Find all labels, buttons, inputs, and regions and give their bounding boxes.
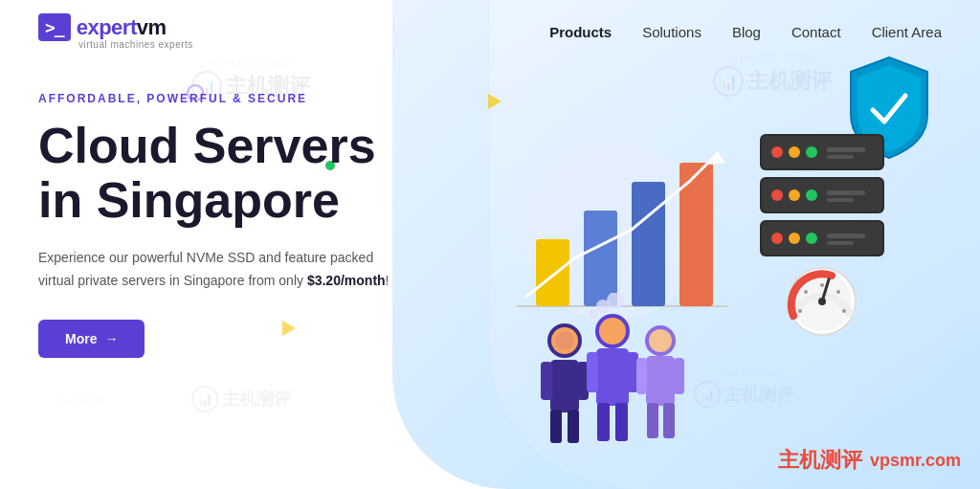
- watermark-vpsmr-3: 主机测评: [57, 393, 107, 408]
- svg-point-21: [599, 318, 626, 345]
- logo-brand: expertexpertvmvm: [77, 15, 167, 40]
- people-illustration: [522, 293, 694, 465]
- svg-rect-51: [827, 233, 865, 238]
- svg-point-28: [649, 329, 672, 352]
- svg-rect-17: [587, 352, 598, 392]
- bottom-watermark: 主机测评 vpsmr.com: [778, 446, 961, 475]
- nav-client-area[interactable]: Client Area: [872, 24, 942, 40]
- nav-products[interactable]: Products: [549, 24, 612, 40]
- svg-point-60: [836, 290, 840, 294]
- svg-point-61: [842, 309, 846, 313]
- svg-point-59: [820, 283, 824, 287]
- svg-rect-16: [596, 348, 629, 406]
- svg-rect-3: [584, 211, 617, 306]
- svg-rect-9: [541, 362, 552, 400]
- svg-point-41: [771, 189, 783, 201]
- svg-rect-38: [827, 155, 854, 159]
- svg-rect-23: [646, 356, 675, 406]
- svg-rect-52: [827, 241, 854, 245]
- nav-solutions[interactable]: Solutions: [642, 24, 702, 40]
- svg-rect-44: [827, 190, 865, 195]
- svg-point-58: [804, 290, 808, 294]
- svg-point-49: [789, 233, 800, 244]
- svg-point-57: [798, 309, 802, 313]
- bottom-cn-text: 主机测评: [778, 446, 862, 475]
- more-button[interactable]: More →: [38, 320, 145, 358]
- hero-content: AFFORDABLE, POWERFUL & SECURE Cloud Serv…: [0, 63, 479, 358]
- server-illustration: [741, 48, 951, 345]
- svg-rect-24: [636, 358, 647, 394]
- svg-rect-45: [827, 198, 854, 202]
- svg-rect-27: [663, 403, 675, 438]
- hero-description: Experience our powerful NVMe SSD and fea…: [38, 247, 402, 293]
- hero-headline: Cloud Servers in Singapore: [38, 119, 440, 228]
- svg-rect-4: [632, 182, 665, 306]
- svg-point-14: [555, 331, 574, 350]
- nav-contact[interactable]: Contact: [791, 24, 841, 40]
- svg-point-56: [818, 298, 826, 305]
- header: >_ expertexpertvmvm virtual machines exp…: [0, 0, 980, 63]
- svg-rect-12: [568, 410, 579, 443]
- svg-point-36: [806, 146, 817, 158]
- svg-rect-20: [615, 403, 628, 441]
- logo: >_ expertexpertvmvm virtual machines exp…: [38, 13, 193, 50]
- svg-rect-25: [674, 358, 684, 394]
- svg-rect-37: [827, 147, 865, 152]
- svg-point-29: [589, 309, 598, 319]
- logo-subtitle: virtual machines experts: [78, 39, 193, 50]
- svg-point-43: [806, 189, 817, 201]
- main-nav: Products Solutions Blog Contact Client A…: [549, 24, 942, 40]
- svg-point-50: [806, 233, 817, 244]
- svg-point-42: [789, 189, 800, 201]
- svg-rect-19: [597, 403, 610, 441]
- svg-point-35: [789, 146, 800, 158]
- svg-rect-11: [550, 410, 562, 443]
- watermark-vpsmr-4: 📊 主机测评: [191, 386, 291, 412]
- svg-point-48: [771, 233, 783, 244]
- hero-tagline: AFFORDABLE, POWERFUL & SECURE: [38, 92, 440, 105]
- svg-rect-8: [550, 360, 579, 412]
- nav-blog[interactable]: Blog: [732, 24, 761, 40]
- svg-point-34: [771, 146, 783, 158]
- svg-rect-26: [647, 403, 658, 438]
- logo-icon: >_: [38, 13, 71, 41]
- bottom-url-text: vpsmr.com: [870, 451, 961, 471]
